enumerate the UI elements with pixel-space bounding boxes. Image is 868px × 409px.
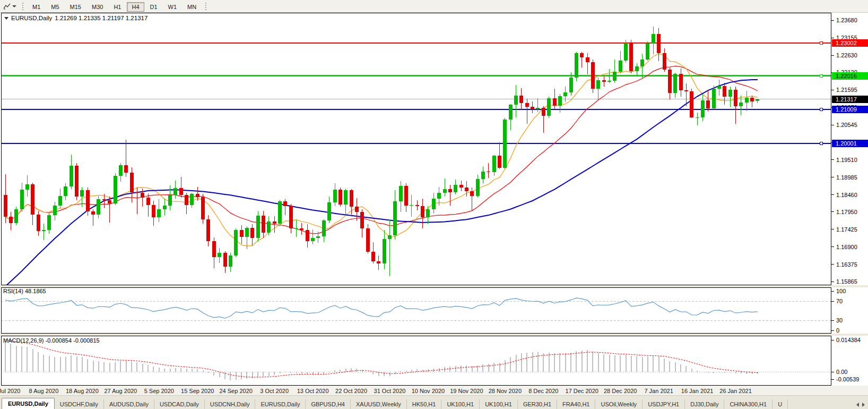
panel-border [2,13,831,285]
chart-tab-xauusd-weekly[interactable]: XAUUSD,Weekly [351,399,407,409]
timeframe-toolbar: M1M5M15M30H1H4D1W1MN [0,0,868,13]
toolbar-grip[interactable] [22,2,24,11]
timeframe-button-w1[interactable]: W1 [163,2,182,12]
chart-tab-eurusd-daily[interactable]: EURUSD,Daily [255,399,306,409]
timeframe-button-m1[interactable]: M1 [28,2,45,12]
timeframe-button-m15[interactable]: M15 [65,2,86,12]
chart-tab-u[interactable]: U [772,399,788,409]
ma-fast-line [5,54,758,246]
chart-tab-usdchf-daily[interactable]: USDCHF,Daily [55,399,104,409]
chart-tab-dj30-daily[interactable]: DJ30,Daily [685,399,724,409]
hline-handle[interactable] [820,108,822,111]
chart-tab-gbpusd-h4[interactable]: GBPUSD,H4 [306,399,351,409]
tab-scroll-left-icon[interactable] [856,403,859,407]
timeframe-button-mn[interactable]: MN [183,2,201,12]
chart-tab-hk50-h1[interactable]: HK50,H1 [407,399,442,409]
chart-tab-ger30-h1[interactable]: GER30,H1 [518,399,557,409]
timeframe-button-m5[interactable]: M5 [46,2,64,12]
timeframe-button-m30[interactable]: M30 [87,2,108,12]
horizontal-lines [1,43,831,143]
tab-scroll-controls [853,403,868,409]
timeframe-button-h1[interactable]: H1 [109,2,126,12]
chart-tab-usdjpy-h1[interactable]: USDJPY,H1 [643,399,685,409]
chevron-down-icon[interactable] [12,5,16,7]
ma-medium-line [5,66,758,233]
timeframe-buttons: M1M5M15M30H1H4D1W1MN [27,2,202,11]
chart-tab-china300-h1[interactable]: CHINA300,H1 [724,399,772,409]
chart-tab-usdcad-daily[interactable]: USDCAD,Daily [154,399,205,409]
chart-tab-bar: EURUSD,DailyUSDCHF,DailyAUDUSD,DailyUSDC… [0,395,868,409]
chart-tab-usoil-weekly[interactable]: USOil,Weekly [595,399,643,409]
chart-tab-audusd-daily[interactable]: AUDUSD,Daily [104,399,154,409]
timeframe-button-h4[interactable]: H4 [127,2,144,12]
chart-tabs: EURUSD,DailyUSDCHF,DailyAUDUSD,DailyUSDC… [0,398,788,409]
macd-series [5,341,758,380]
chart-tab-uk100-h1[interactable]: UK100,H1 [441,399,480,409]
chart-tab-uk100-h1[interactable]: UK100,H1 [480,399,518,409]
chart-tab-eurusd-daily[interactable]: EURUSD,Daily [2,398,55,409]
hline-handle[interactable] [820,41,822,44]
trading-terminal-window: M1M5M15M30H1H4D1W1MN EURUSD,Daily 1.2126… [0,0,868,409]
panel-border [2,288,831,334]
chart-tab-usdcnh-daily[interactable]: USDCNH,Daily [205,399,256,409]
timeframe-button-d1[interactable]: D1 [145,2,162,12]
ma-slow-line [5,80,758,286]
hline-handle[interactable] [820,142,822,144]
tab-scroll-right-icon[interactable] [862,403,865,407]
chart-tool-icon[interactable] [2,2,12,11]
chart-tab-fra40-h1[interactable]: FRA40,H1 [557,399,595,409]
hline-handle[interactable] [820,74,822,77]
toolbar-grip[interactable] [205,2,207,11]
